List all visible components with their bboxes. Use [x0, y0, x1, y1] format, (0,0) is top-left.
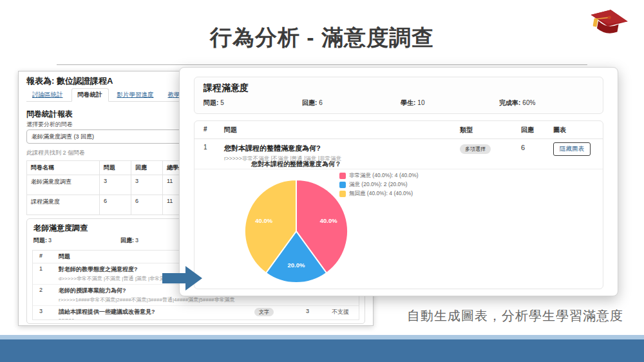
hide-chart-button[interactable]: 隱藏圖表 — [553, 142, 591, 156]
right-arrow-icon — [162, 265, 204, 292]
pie-slice-label: 40.0% — [255, 217, 272, 224]
slide-caption: 自動生成圖表，分析學生學習滿意度 — [407, 307, 623, 325]
question-detail-card: # 問題 類型 回應 圖表 1 您對本課程的整體滿意度為何? r>>>>>非常不… — [194, 120, 603, 289]
cell-questions: 3 — [100, 175, 131, 195]
legend-swatch — [339, 173, 346, 179]
legend-label: 無回應 (40.0%): 4 (40.0%) — [349, 190, 413, 198]
stat-label: 學生: — [401, 99, 415, 106]
tab-video-progress[interactable]: 影片學習進度 — [111, 89, 160, 101]
stat-label: 問題: — [33, 237, 47, 243]
col-type: 類型 — [460, 126, 521, 135]
chart-title: 您對本課程的整體滿意度為何？ — [213, 160, 380, 169]
stat-label: 問題: — [204, 99, 218, 106]
survey-select-label: 選擇要分析的問卷 — [26, 120, 73, 129]
stat-completion-rate: 完成率:60% — [499, 99, 598, 108]
cell-questions: 6 — [100, 195, 131, 215]
course-satisfaction-window: 課程滿意度 問題:5 回應:6 學生:10 完成率:60% # 問題 類型 回應… — [179, 67, 618, 296]
graduation-cap-icon — [587, 4, 630, 43]
pie-slice-label: 20.0% — [288, 262, 305, 269]
col-questions: 問題 — [100, 161, 131, 175]
stat-questions: 問題:5 — [204, 99, 302, 108]
detail-table-header: # 問題 類型 回應 圖表 — [194, 121, 603, 139]
stat-responses: 回應:6 — [302, 99, 401, 108]
question-responses: 6 — [521, 144, 553, 151]
summary-stats: 問題:5 回應:6 學生:10 完成率:60% — [204, 99, 598, 108]
question-options: 50|500 — [59, 318, 254, 320]
legend-item: 無回應 (40.0%): 4 (40.0%) — [339, 189, 419, 198]
stat-label: 完成率: — [499, 99, 520, 106]
chart-support-label: 不支援 — [332, 308, 359, 316]
teacher-survey-title: 老師滿意度調查 — [33, 223, 88, 234]
title-divider — [57, 64, 587, 65]
pie-slice-label: 40.0% — [320, 217, 337, 224]
type-badge: 多項選擇 — [460, 144, 491, 154]
col-survey-name: 問卷名稱 — [27, 161, 100, 175]
col-chart: 圖表 — [553, 126, 603, 135]
cell-responses: 3 — [131, 175, 163, 195]
legend-label: 非常滿意 (40.0%): 4 (40.0%) — [349, 172, 419, 180]
stat-value: 10 — [417, 99, 424, 106]
col-responses: 回應 — [521, 126, 553, 135]
stat-questions: 問題:3 — [33, 236, 120, 245]
stat-value: 3 — [48, 237, 52, 243]
survey-report-heading: 問卷統計報表 — [26, 109, 73, 120]
legend-item: 非常滿意 (40.0%): 4 (40.0%) — [339, 171, 419, 180]
legend-label: 滿意 (20.0%): 2 (20.0%) — [349, 181, 408, 189]
chart-legend: 非常滿意 (40.0%): 4 (40.0%)滿意 (20.0%): 2 (20… — [339, 171, 419, 198]
tab-survey-stats[interactable]: 問卷統計 — [71, 88, 109, 102]
stat-students: 學生:10 — [401, 99, 499, 108]
question-num: 1 — [39, 265, 59, 272]
surveys-found-note: 此課程共找到 2 個問卷 — [26, 149, 85, 157]
question-num: 3 — [39, 308, 59, 314]
stat-value: 3 — [135, 237, 138, 243]
col-question: 問題 — [224, 126, 460, 135]
legend-swatch — [339, 182, 346, 188]
course-satisfaction-title: 課程滿意度 — [204, 82, 249, 94]
tab-discussion-stats[interactable]: 討論區統計 — [26, 89, 69, 101]
col-responses: 回應 — [131, 161, 163, 175]
stat-label: 回應: — [302, 99, 317, 106]
report-title: 報表為: 數位認證課程A — [26, 75, 113, 87]
slide: 行為分析 - 滿意度調查 報表為: 數位認證課程A 討論區統計 問卷統計 影片學… — [0, 0, 644, 362]
question-cell: 請給本課程提供一些建議或改善意見? 50|500 — [59, 308, 254, 320]
cell-survey-name: 課程滿意度 — [27, 195, 100, 215]
question-text: 請給本課程提供一些建議或改善意見? — [59, 308, 254, 316]
question-responses: 3 — [306, 308, 332, 314]
summary-card: 課程滿意度 問題:5 回應:6 學生:10 完成率:60% — [194, 77, 603, 114]
legend-item: 滿意 (20.0%): 2 (20.0%) — [339, 180, 419, 189]
cell-responses: 6 — [131, 195, 163, 215]
stat-value: 6 — [319, 99, 323, 106]
pie-chart: 40.0%20.0%40.0% — [242, 176, 351, 286]
stat-value: 60% — [522, 99, 535, 106]
question-text: 您對本課程的整體滿意度為何? — [224, 144, 460, 153]
question-options: r>>>>>1####非常不滿意|2####不滿意|3####普通|4####滿… — [59, 296, 254, 303]
question-row: 3 請給本課程提供一些建議或改善意見? 50|500 文字 3 不支援 — [33, 306, 359, 320]
legend-swatch — [339, 191, 346, 197]
type-badge: 文字 — [254, 308, 274, 316]
footer-stripe-light — [0, 335, 644, 339]
question-num: 1 — [204, 144, 224, 151]
cell-survey-name: 老師滿意度調查 — [27, 175, 100, 195]
page-title: 行為分析 - 滿意度調查 — [0, 23, 644, 53]
col-num: # — [39, 252, 59, 259]
stat-value: 5 — [220, 99, 224, 106]
col-num: # — [204, 126, 224, 133]
question-num: 2 — [39, 287, 59, 293]
footer-stripe-dark — [0, 339, 644, 362]
stat-label: 回應: — [120, 237, 134, 243]
